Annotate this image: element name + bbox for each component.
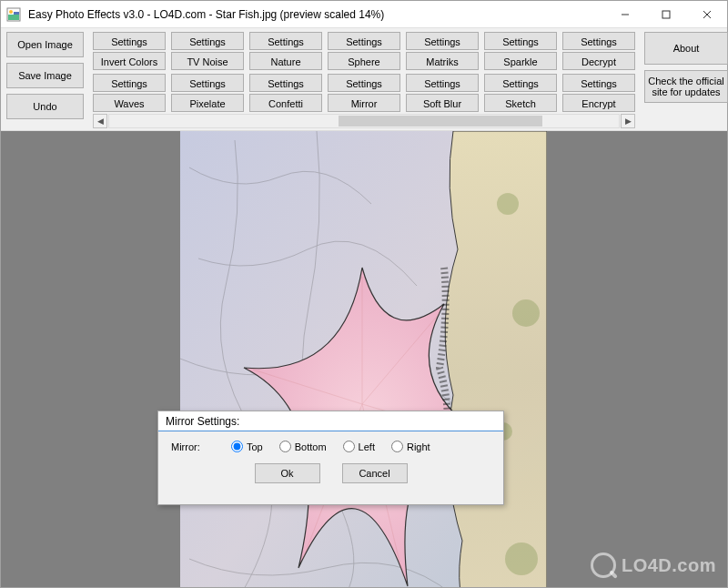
scroll-left-button[interactable]: ◀: [93, 114, 107, 128]
dialog-body: Mirror: Top Bottom Left Right Ok Cancel: [158, 431, 503, 491]
about-button[interactable]: About: [644, 32, 728, 65]
svg-rect-5: [662, 11, 670, 18]
settings-button[interactable]: Settings: [562, 32, 635, 50]
app-window: Easy Photo Effects v3.0 - LO4D.com - Sta…: [0, 0, 728, 588]
svg-rect-3: [14, 12, 19, 15]
mirror-settings-dialog: Mirror Settings: Mirror: Top Bottom Left…: [157, 411, 504, 505]
radio-bottom-input[interactable]: [279, 441, 291, 452]
close-button[interactable]: [686, 1, 727, 27]
minimize-icon: [621, 10, 630, 19]
dialog-title: Mirror Settings:: [158, 411, 503, 431]
cancel-button[interactable]: Cancel: [342, 463, 408, 483]
effect-matriks[interactable]: Matriks: [406, 52, 479, 70]
effect-nature[interactable]: Nature: [249, 52, 322, 70]
effect-invert-colors[interactable]: Invert Colors: [93, 52, 166, 70]
effect-tv-noise[interactable]: TV Noise: [171, 52, 244, 70]
watermark-text: LO4D.com: [622, 555, 716, 576]
settings-button[interactable]: Settings: [93, 74, 166, 92]
effects-scrollbar[interactable]: ◀ ▶: [93, 114, 635, 128]
effect-sphere[interactable]: Sphere: [328, 52, 400, 70]
settings-button[interactable]: Settings: [406, 74, 479, 92]
settings-button[interactable]: Settings: [484, 32, 557, 50]
radio-left-input[interactable]: [343, 441, 355, 452]
preview-image: [180, 131, 547, 587]
scroll-right-button[interactable]: ▶: [621, 114, 635, 128]
effects-panel: SettingsInvert Colors SettingsTV Noise S…: [93, 32, 635, 128]
effect-soft-blur[interactable]: Soft Blur: [406, 94, 479, 112]
effect-pixelate[interactable]: Pixelate: [171, 94, 244, 112]
effect-decrypt[interactable]: Decrypt: [562, 52, 635, 70]
effects-row-1: SettingsInvert Colors SettingsTV Noise S…: [93, 32, 635, 70]
canvas-area: Mirror Settings: Mirror: Top Bottom Left…: [1, 131, 727, 587]
maximize-icon: [662, 10, 671, 19]
radio-top-label: Top: [247, 441, 263, 452]
settings-button[interactable]: Settings: [406, 32, 479, 50]
effect-sketch[interactable]: Sketch: [484, 94, 557, 112]
radio-right-label: Right: [407, 441, 430, 452]
effects-row-2: SettingsWaves SettingsPixelate SettingsC…: [93, 74, 635, 112]
right-column: About Check the official site for update…: [644, 32, 728, 128]
radio-top-input[interactable]: [231, 441, 243, 452]
radio-bottom-label: Bottom: [295, 441, 327, 452]
settings-button[interactable]: Settings: [93, 32, 166, 50]
effect-confetti[interactable]: Confetti: [249, 94, 322, 112]
scroll-track[interactable]: [108, 114, 620, 128]
svg-point-2: [9, 10, 13, 14]
svg-point-10: [512, 299, 540, 327]
scroll-thumb[interactable]: [339, 116, 542, 127]
radio-right-input[interactable]: [391, 441, 403, 452]
ok-button[interactable]: Ok: [255, 463, 320, 483]
toolbar: Open Image Save Image Undo SettingsInver…: [1, 28, 727, 131]
radio-left-label: Left: [359, 441, 375, 452]
settings-button[interactable]: Settings: [171, 32, 244, 50]
close-icon: [703, 10, 712, 19]
open-image-button[interactable]: Open Image: [6, 32, 84, 57]
app-icon: [6, 7, 21, 22]
maximize-button[interactable]: [645, 1, 686, 27]
effect-mirror[interactable]: Mirror: [328, 94, 400, 112]
save-image-button[interactable]: Save Image: [6, 63, 84, 88]
svg-point-9: [497, 193, 519, 215]
titlebar: Easy Photo Effects v3.0 - LO4D.com - Sta…: [1, 1, 727, 28]
file-column: Open Image Save Image Undo: [6, 32, 84, 128]
mirror-options-row: Mirror: Top Bottom Left Right: [171, 441, 490, 452]
mirror-label: Mirror:: [171, 441, 215, 452]
effect-sparkle[interactable]: Sparkle: [484, 52, 557, 70]
settings-button[interactable]: Settings: [328, 32, 400, 50]
settings-button[interactable]: Settings: [249, 74, 322, 92]
magnifier-icon: [591, 553, 616, 578]
effect-waves[interactable]: Waves: [93, 94, 166, 112]
undo-button[interactable]: Undo: [6, 94, 84, 119]
settings-button[interactable]: Settings: [328, 74, 400, 92]
check-updates-button[interactable]: Check the official site for updates: [644, 70, 728, 103]
window-controls: [604, 1, 727, 27]
settings-button[interactable]: Settings: [171, 74, 244, 92]
svg-rect-1: [8, 15, 19, 20]
effect-encrypt[interactable]: Encrypt: [562, 94, 635, 112]
svg-point-12: [505, 542, 538, 575]
settings-button[interactable]: Settings: [249, 32, 322, 50]
settings-button[interactable]: Settings: [562, 74, 635, 92]
watermark: LO4D.com: [591, 553, 716, 578]
radio-left[interactable]: Left: [343, 441, 375, 452]
settings-button[interactable]: Settings: [484, 74, 557, 92]
window-title: Easy Photo Effects v3.0 - LO4D.com - Sta…: [26, 8, 604, 21]
radio-right[interactable]: Right: [391, 441, 430, 452]
minimize-button[interactable]: [604, 1, 645, 27]
radio-bottom[interactable]: Bottom: [279, 441, 327, 452]
dialog-buttons: Ok Cancel: [171, 463, 490, 483]
radio-top[interactable]: Top: [231, 441, 263, 452]
